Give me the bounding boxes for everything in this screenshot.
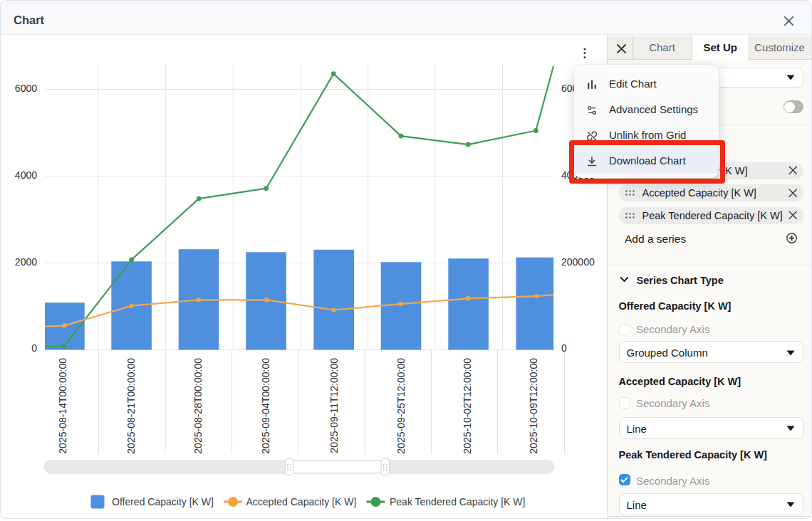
svg-text:2025-09-11T12:00:00: 2025-09-11T12:00:00 — [328, 358, 340, 453]
svg-text:2025-10-09T12:00:00: 2025-10-09T12:00:00 — [528, 358, 539, 454]
svg-text:2025-10-02T12:00:00: 2025-10-02T12:00:00 — [462, 358, 473, 454]
svg-text:2025-09-25T12:00:00: 2025-09-25T12:00:00 — [395, 358, 407, 454]
svg-text:2025-08-14T00:00:00: 2025-08-14T00:00:00 — [57, 358, 68, 454]
svg-text:0: 0 — [31, 342, 37, 354]
svg-text:200000: 200000 — [561, 256, 595, 268]
svg-text:2000: 2000 — [15, 256, 37, 268]
svg-text:4000: 4000 — [15, 169, 37, 181]
svg-text:0: 0 — [561, 342, 567, 354]
svg-text:Offered Capacity [K W]: Offered Capacity [K W] — [112, 496, 214, 507]
svg-text:Peak Tendered Capacity [K W]: Peak Tendered Capacity [K W] — [390, 496, 525, 507]
svg-text:6000: 6000 — [15, 83, 37, 94]
svg-text:2025-08-21T00:00:00: 2025-08-21T00:00:00 — [125, 358, 137, 454]
svg-text:2025-09-04T00:00:00: 2025-09-04T00:00:00 — [260, 358, 271, 454]
svg-text:Accepted Capacity [K W]: Accepted Capacity [K W] — [246, 496, 357, 507]
svg-text:2025-08-28T00:00:00: 2025-08-28T00:00:00 — [192, 358, 204, 454]
